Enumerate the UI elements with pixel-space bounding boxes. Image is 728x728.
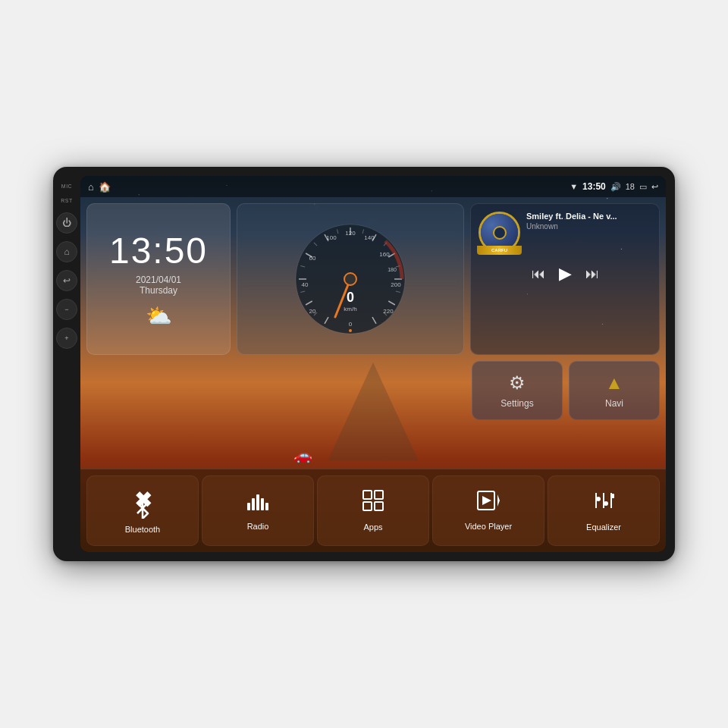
main-content: 13:50 2021/04/01 Thursday ⛅ [80,197,666,469]
svg-rect-39 [256,494,259,510]
video-svg [477,491,500,510]
svg-text:40: 40 [302,281,309,288]
svg-point-54 [604,501,608,506]
svg-text:120: 120 [345,230,356,237]
apps-svg [362,490,384,511]
status-back-icon[interactable]: ↩ [651,182,658,192]
radio-button[interactable]: Radio [202,475,314,546]
side-controls: MIC RST ⏻ ⌂ ↩ − + [53,176,80,552]
bluetooth-svg [132,497,153,519]
screen: ⌂ 🏠 ▼ 13:50 🔊 18 ▭ ↩ 13:50 [80,176,666,552]
quick-buttons-row: ⚙ Settings ▲ Navi [86,361,660,420]
svg-text:60: 60 [309,255,316,262]
status-wifi-icon: ▼ [570,182,578,191]
svg-text:100: 100 [326,234,337,241]
mic-label: MIC [61,184,72,189]
settings-button[interactable]: ⚙ Settings [472,361,563,420]
navi-label: Navi [605,398,623,409]
svg-text:180: 180 [388,267,397,272]
music-title: Smiley ft. Delia - Ne v... [526,212,651,221]
svg-text:0: 0 [349,321,353,328]
home-side-button[interactable]: ⌂ [56,241,77,262]
svg-rect-40 [261,498,264,510]
status-battery-icon: ▭ [639,182,647,192]
navi-button[interactable]: ▲ Navi [569,361,660,420]
apps-label: Apps [363,522,382,532]
video-icon [477,491,500,516]
back-side-button[interactable]: ↩ [56,270,77,291]
power-button[interactable]: ⏻ [56,212,77,234]
equalizer-button[interactable]: Equalizer [548,475,660,546]
next-button[interactable]: ⏭ [585,266,599,282]
status-time: 13:50 [582,181,606,192]
speedometer-svg: 60 40 20 0 220 200 100 120 140 160 180 [290,218,411,340]
radio-label: Radio [247,522,269,531]
svg-rect-45 [375,502,383,510]
car-head-unit: MIC RST ⏻ ⌂ ↩ − + ⌂ 🏠 ▼ 13:50 🔊 18 ▭ [53,167,675,561]
status-home-icon[interactable]: ⌂ [88,181,94,193]
rst-label: RST [61,198,73,203]
clock-date: 2021/04/01 [136,275,181,285]
bottom-bar: ✖ Bluetooth [80,469,666,552]
apps-icon [362,490,384,516]
status-bar: ⌂ 🏠 ▼ 13:50 🔊 18 ▭ ↩ [80,176,666,197]
video-player-button[interactable]: Video Player [432,475,544,546]
svg-text:220: 220 [383,308,394,315]
weather-icon: ⛅ [146,303,172,328]
svg-text:20: 20 [309,308,316,315]
top-widgets: 13:50 2021/04/01 Thursday ⛅ [86,203,660,355]
svg-text:140: 140 [364,234,375,241]
svg-rect-37 [247,503,250,510]
settings-label: Settings [500,398,533,409]
svg-text:160: 160 [379,251,390,258]
bluetooth-label: Bluetooth [125,525,160,534]
navi-icon: ▲ [605,372,623,394]
eq-svg [593,490,614,511]
svg-text:km/h: km/h [344,306,356,312]
svg-rect-43 [375,491,383,499]
music-widget: CARFU Smiley ft. Delia - Ne v... Unknown… [470,203,660,355]
music-top: CARFU Smiley ft. Delia - Ne v... Unknown [479,212,651,253]
svg-marker-47 [497,494,500,507]
status-volume-icon: 🔊 [610,182,621,192]
music-info: Smiley ft. Delia - Ne v... Unknown [526,212,651,231]
play-button[interactable]: ▶ [559,264,572,284]
prev-button[interactable]: ⏮ [532,266,545,282]
settings-icon: ⚙ [509,372,526,394]
status-left: ⌂ 🏠 [88,181,111,193]
svg-point-34 [344,273,356,285]
screen-display: ⌂ 🏠 ▼ 13:50 🔊 18 ▭ ↩ 13:50 [80,176,666,552]
album-art-inner [493,226,507,240]
svg-text:200: 200 [391,281,401,288]
svg-marker-48 [482,496,491,505]
album-art: CARFU [479,212,520,253]
clock-day: Thursday [140,285,177,296]
vol-up-button[interactable]: + [56,328,77,349]
bluetooth-button[interactable]: ✖ Bluetooth [86,475,199,546]
svg-text:0: 0 [347,290,354,305]
svg-rect-44 [363,502,372,510]
svg-rect-42 [363,491,372,499]
svg-rect-41 [265,503,268,510]
radio-icon [246,491,269,516]
radio-bars-svg [246,491,269,510]
svg-point-51 [596,497,601,501]
speedometer-widget: 60 40 20 0 220 200 100 120 140 160 180 [237,203,464,355]
equalizer-icon [593,490,614,516]
clock-display: 13:50 [109,230,208,271]
vol-down-button[interactable]: − [56,299,77,320]
equalizer-label: Equalizer [586,522,621,532]
svg-rect-38 [252,498,255,510]
status-right: ▼ 13:50 🔊 18 ▭ ↩ [570,181,658,192]
status-volume-level: 18 [626,182,635,191]
clock-widget: 13:50 2021/04/01 Thursday ⛅ [86,203,231,355]
music-artist: Unknown [526,222,651,231]
apps-button[interactable]: Apps [317,475,429,546]
video-label: Video Player [465,522,512,531]
status-map-icon: 🏠 [99,181,111,193]
music-controls: ⏮ ▶ ⏭ [479,264,651,284]
